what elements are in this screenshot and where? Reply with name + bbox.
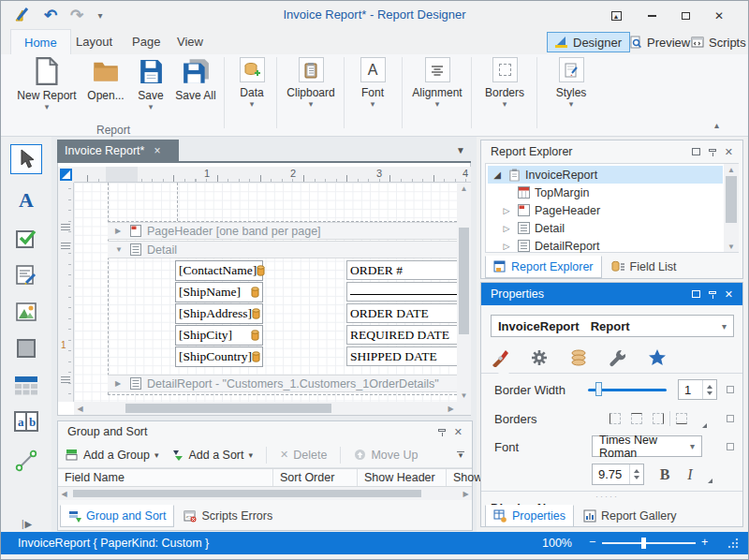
canvas-vertical-scrollbar[interactable]: ▲ ▼: [457, 183, 471, 402]
spin-up-icon[interactable]: [634, 469, 639, 473]
scroll-right-icon[interactable]: ▶: [460, 487, 472, 500]
tab-close-icon[interactable]: ×: [154, 144, 160, 157]
cell-line[interactable]: [346, 282, 457, 302]
tree-item-detail[interactable]: ▷ Detail: [486, 219, 738, 237]
scroll-left-icon[interactable]: ◀: [58, 487, 70, 500]
report-canvas[interactable]: ▶ PageHeader [one band per page] ▼ Detai…: [74, 183, 457, 402]
close-icon[interactable]: ✕: [725, 288, 733, 301]
font-more-icon[interactable]: [708, 479, 712, 483]
close-icon[interactable]: ✕: [454, 426, 463, 438]
ruler-corner[interactable]: [58, 167, 74, 183]
tab-view[interactable]: View: [164, 29, 216, 54]
border-width-spinner[interactable]: 1: [678, 379, 717, 400]
new-report-button[interactable]: New Report ▾: [16, 57, 78, 126]
tree-item-pageheader[interactable]: ▷ PageHeader: [486, 201, 738, 219]
panel-tool[interactable]: [10, 333, 42, 363]
picture-tool[interactable]: [10, 297, 42, 327]
zoom-out-button[interactable]: −: [589, 536, 595, 549]
scrollbar-thumb[interactable]: [726, 176, 737, 223]
column-show-header[interactable]: Show Header: [358, 469, 447, 486]
redo-button[interactable]: ↷: [66, 6, 87, 24]
clipboard-button[interactable]: Clipboard ▾: [282, 57, 340, 126]
label-tool[interactable]: A: [10, 185, 42, 215]
slider-thumb[interactable]: [595, 382, 602, 396]
collapse-icon[interactable]: ▶: [115, 227, 125, 235]
toolbox-expand-button[interactable]: |▶: [22, 519, 33, 529]
canvas-horizontal-scrollbar[interactable]: ◀ ▶: [74, 402, 457, 415]
pin-icon[interactable]: [438, 429, 446, 432]
richtext-tool[interactable]: [10, 260, 42, 290]
field-contactname[interactable]: [ContactName]: [175, 260, 263, 281]
font-button[interactable]: A Font ▾: [349, 57, 396, 126]
save-button[interactable]: Save ▾: [132, 57, 169, 126]
field-shipaddress[interactable]: [ShipAddress]: [175, 303, 263, 324]
add-sort-button[interactable]: Add a Sort▾: [171, 449, 253, 462]
table-tool[interactable]: [10, 370, 42, 400]
add-group-button[interactable]: Add a Group▾: [66, 449, 158, 462]
float-window-icon[interactable]: [692, 290, 700, 298]
tab-properties[interactable]: Properties: [485, 505, 574, 527]
scroll-down-icon[interactable]: ▼: [457, 390, 471, 402]
scrollbar-thumb[interactable]: [125, 404, 331, 413]
cell-order-date[interactable]: ORDER DATE: [346, 303, 457, 323]
appearance-brush-icon[interactable]: [491, 348, 509, 367]
scroll-up-icon[interactable]: ▲: [724, 164, 739, 175]
tree-collapsed-icon[interactable]: ▷: [501, 224, 512, 233]
close-icon[interactable]: ✕: [725, 146, 733, 158]
tree-collapsed-icon[interactable]: ▷: [501, 206, 512, 215]
zoom-in-button[interactable]: +: [701, 536, 708, 549]
field-shipcity[interactable]: [ShipCity]: [175, 325, 263, 346]
scripts-view-button[interactable]: Scripts: [683, 32, 749, 52]
delete-button[interactable]: ✕ Delete: [280, 449, 327, 462]
tree-expanded-icon[interactable]: ◢: [492, 169, 503, 180]
styles-button[interactable]: Styles ▾: [544, 57, 598, 126]
font-size-spinner[interactable]: 9.75: [592, 464, 644, 485]
borders-button[interactable]: Borders ▾: [477, 57, 533, 126]
group-sort-scrollbar[interactable]: ◀ ▶: [58, 487, 472, 500]
scroll-down-icon[interactable]: ▼: [724, 241, 739, 252]
border-left-toggle[interactable]: [605, 409, 625, 428]
splitter-grip[interactable]: ·····: [595, 492, 619, 501]
tree-item-invoicereport[interactable]: ◢ InvoiceReport: [488, 166, 723, 184]
page-header-band[interactable]: ▶ PageHeader [one band per page]: [108, 222, 457, 240]
data-coins-icon[interactable]: [569, 348, 588, 367]
popup-window-button[interactable]: ▲: [606, 8, 626, 23]
alignment-button[interactable]: Alignment ▾: [407, 57, 467, 126]
scroll-up-icon[interactable]: ▲: [457, 183, 471, 195]
tab-field-list[interactable]: Field List: [604, 256, 684, 278]
field-shipcountry[interactable]: [ShipCountry]: [175, 346, 263, 367]
character-comb-tool[interactable]: ab: [10, 406, 42, 436]
spin-down-icon[interactable]: [707, 391, 712, 395]
scroll-left-icon[interactable]: ◀: [74, 402, 86, 415]
border-right-toggle[interactable]: [648, 409, 668, 428]
scrollbar-thumb[interactable]: [459, 228, 469, 334]
minimize-button[interactable]: [641, 8, 662, 23]
close-button[interactable]: ✕: [709, 8, 729, 23]
property-marker[interactable]: [727, 415, 734, 422]
tab-scripts-errors[interactable]: <> Scripts Errors: [176, 505, 280, 527]
property-marker[interactable]: [727, 443, 734, 450]
line-tool[interactable]: [10, 446, 42, 476]
quick-access-dropdown[interactable]: ▾: [93, 6, 108, 24]
tree-item-detailreport[interactable]: ▷ DetailReport: [486, 237, 738, 255]
ribbon-collapse-button[interactable]: ▴: [714, 120, 719, 130]
component-selector[interactable]: InvoiceReport Report ▾: [491, 315, 734, 337]
cell-order-number[interactable]: ORDER #: [346, 260, 457, 280]
spin-down-icon[interactable]: [634, 476, 639, 479]
tab-group-and-sort[interactable]: Group and Sort: [60, 505, 174, 527]
pin-icon[interactable]: [709, 149, 716, 152]
italic-button[interactable]: I: [680, 464, 700, 485]
bold-button[interactable]: B: [654, 464, 676, 485]
tree-collapsed-icon[interactable]: ▷: [501, 242, 512, 251]
behavior-gear-icon[interactable]: [530, 348, 549, 367]
tab-home[interactable]: Home: [10, 29, 71, 54]
borders-more-icon[interactable]: [702, 423, 707, 428]
border-width-slider[interactable]: [588, 382, 667, 397]
zoom-slider[interactable]: [602, 542, 696, 544]
explorer-scrollbar[interactable]: ▲ ▼: [724, 164, 739, 252]
tab-report-explorer[interactable]: Report Explorer: [485, 256, 602, 278]
undo-button[interactable]: ↶: [40, 6, 61, 24]
tab-report-gallery[interactable]: Report Gallery: [576, 505, 684, 527]
utilities-wrench-icon[interactable]: [609, 348, 627, 367]
scrollbar-thumb[interactable]: [73, 490, 421, 497]
